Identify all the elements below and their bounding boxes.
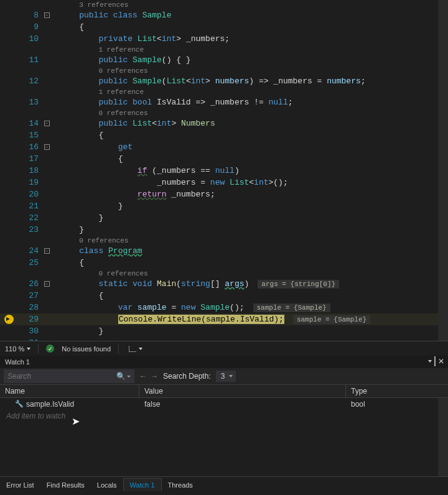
code-content[interactable] bbox=[55, 338, 448, 341]
search-icon[interactable]: 🔍 bbox=[116, 372, 126, 381]
code-line[interactable]: 1 reference bbox=[0, 87, 448, 96]
code-line[interactable]: 24− class Program bbox=[0, 245, 448, 257]
col-type[interactable]: Type bbox=[346, 385, 448, 397]
code-content[interactable]: get bbox=[55, 142, 448, 152]
code-line[interactable]: 28 var sample = new Sample();sample = {S… bbox=[0, 302, 448, 313]
code-content[interactable]: public bool IsValid => _numbers != null; bbox=[55, 98, 448, 107]
tab-error-list[interactable]: Error List bbox=[0, 479, 40, 491]
codelens-references[interactable]: 1 reference bbox=[98, 46, 144, 53]
fold-toggle-icon[interactable]: − bbox=[44, 144, 50, 150]
code-content[interactable]: Console.WriteLine(sample.IsValid);sample… bbox=[55, 315, 448, 324]
code-line[interactable]: 14− public List<int> Numbers bbox=[0, 118, 448, 129]
code-content[interactable]: public List<int> Numbers bbox=[55, 119, 448, 128]
nav-back-icon[interactable]: ← bbox=[139, 372, 147, 381]
watch-scrollbar[interactable] bbox=[438, 398, 448, 476]
code-content[interactable]: 1 reference bbox=[55, 45, 448, 54]
codelens-references[interactable]: 3 references bbox=[79, 1, 128, 9]
code-line[interactable]: 22 } bbox=[0, 212, 448, 224]
code-content[interactable]: } bbox=[55, 225, 448, 234]
paintbrush-dropdown[interactable] bbox=[126, 345, 145, 353]
tab-threads[interactable]: Threads bbox=[162, 479, 199, 491]
watch-row[interactable]: 🔧sample.IsValid false bool bbox=[0, 398, 448, 410]
code-content[interactable]: class Program bbox=[55, 246, 448, 256]
code-content[interactable]: if (_numbers == null) bbox=[55, 166, 448, 175]
fold-toggle-icon[interactable]: − bbox=[44, 248, 50, 254]
code-line[interactable]: 26− static void Main(string[] args)args … bbox=[0, 278, 448, 290]
code-line[interactable]: 23 } bbox=[0, 224, 448, 236]
add-watch-row[interactable]: Add item to watch bbox=[0, 410, 448, 422]
code-content[interactable]: static void Main(string[] args)args = {s… bbox=[55, 279, 448, 289]
code-line[interactable]: 17 { bbox=[0, 153, 448, 165]
fold-gutter[interactable]: − bbox=[42, 144, 51, 150]
tab-watch-1[interactable]: Watch 1 bbox=[123, 478, 162, 491]
tab-find-results[interactable]: Find Results bbox=[40, 479, 91, 491]
code-line[interactable]: 27 { bbox=[0, 290, 448, 302]
code-content[interactable]: 0 references bbox=[55, 269, 448, 278]
search-field[interactable] bbox=[7, 372, 116, 381]
watch-search-input[interactable]: 🔍 bbox=[4, 369, 134, 383]
code-line[interactable]: 0 references bbox=[0, 269, 448, 278]
code-line[interactable]: 3 references bbox=[0, 0, 448, 9]
fold-toggle-icon[interactable]: − bbox=[44, 121, 50, 126]
code-line[interactable]: 31 bbox=[0, 337, 448, 341]
window-position-icon[interactable] bbox=[428, 360, 432, 363]
code-content[interactable]: } bbox=[55, 326, 448, 336]
codelens-references[interactable]: 0 references bbox=[98, 270, 147, 277]
code-content[interactable]: 0 references bbox=[55, 108, 448, 118]
code-line[interactable]: 10 private List<int> _numbers; bbox=[0, 33, 448, 45]
fold-gutter[interactable]: − bbox=[42, 248, 51, 254]
fold-gutter[interactable]: − bbox=[42, 281, 51, 287]
code-line[interactable]: 9 { bbox=[0, 21, 448, 33]
code-line[interactable]: 0 references bbox=[0, 236, 448, 245]
code-line[interactable]: 1 reference bbox=[0, 45, 448, 54]
code-content[interactable]: { bbox=[55, 258, 448, 267]
fold-gutter[interactable]: − bbox=[42, 121, 51, 126]
code-content[interactable]: { bbox=[55, 22, 448, 32]
editor-scrollbar[interactable] bbox=[438, 0, 448, 341]
code-content[interactable]: public Sample(List<int> numbers) => _num… bbox=[55, 76, 448, 86]
tab-locals[interactable]: Locals bbox=[91, 479, 123, 491]
code-editor[interactable]: 3 references8− public class Sample9 {10 … bbox=[0, 0, 448, 341]
code-line[interactable]: 30 } bbox=[0, 325, 448, 337]
code-line[interactable]: 25 { bbox=[0, 257, 448, 269]
code-line[interactable]: 8− public class Sample bbox=[0, 9, 448, 21]
code-line[interactable]: 11 public Sample() { } bbox=[0, 54, 448, 66]
code-line[interactable]: 12 public Sample(List<int> numbers) => _… bbox=[0, 75, 448, 87]
code-line[interactable]: 15 { bbox=[0, 129, 448, 141]
code-content[interactable]: { bbox=[55, 291, 448, 300]
code-line[interactable]: 0 references bbox=[0, 108, 448, 118]
code-content[interactable]: public Sample() { } bbox=[55, 55, 448, 65]
code-content[interactable]: { bbox=[55, 154, 448, 164]
pin-icon[interactable] bbox=[434, 357, 436, 366]
chevron-down-icon[interactable] bbox=[127, 376, 131, 377]
codelens-references[interactable]: 0 references bbox=[79, 237, 128, 244]
code-content[interactable]: var sample = new Sample();sample = {Samp… bbox=[55, 303, 448, 312]
zoom-dropdown[interactable]: 110 % bbox=[5, 345, 30, 353]
code-content[interactable]: return _numbers; bbox=[55, 190, 448, 199]
code-content[interactable]: 0 references bbox=[55, 236, 448, 245]
col-value[interactable]: Value bbox=[139, 385, 346, 397]
code-line[interactable]: 20 return _numbers; bbox=[0, 188, 448, 200]
nav-forward-icon[interactable]: → bbox=[151, 372, 158, 381]
codelens-references[interactable]: 0 references bbox=[98, 109, 147, 117]
close-icon[interactable]: ✕ bbox=[438, 357, 444, 366]
codelens-references[interactable]: 1 reference bbox=[98, 88, 144, 96]
code-content[interactable]: { bbox=[55, 131, 448, 140]
col-name[interactable]: Name bbox=[0, 385, 139, 397]
code-content[interactable]: } bbox=[55, 201, 448, 211]
code-content[interactable]: 1 reference bbox=[55, 87, 448, 96]
code-content[interactable]: public class Sample bbox=[55, 11, 448, 20]
fold-toggle-icon[interactable]: − bbox=[44, 12, 50, 18]
code-line[interactable]: 0 references bbox=[0, 66, 448, 75]
code-content[interactable]: _numbers = new List<int>(); bbox=[55, 178, 448, 187]
codelens-references[interactable]: 0 references bbox=[98, 67, 147, 75]
code-line[interactable]: 18 if (_numbers == null) bbox=[0, 165, 448, 177]
breakpoint-gutter[interactable] bbox=[0, 315, 17, 324]
code-content[interactable]: 3 references bbox=[55, 0, 448, 9]
code-line[interactable]: 21 } bbox=[0, 200, 448, 212]
code-line[interactable]: 29 Console.WriteLine(sample.IsValid);sam… bbox=[0, 313, 448, 325]
code-line[interactable]: 13 public bool IsValid => _numbers != nu… bbox=[0, 96, 448, 108]
code-line[interactable]: 16− get bbox=[0, 141, 448, 153]
code-content[interactable]: 0 references bbox=[55, 66, 448, 75]
code-line[interactable]: 19 _numbers = new List<int>(); bbox=[0, 177, 448, 188]
